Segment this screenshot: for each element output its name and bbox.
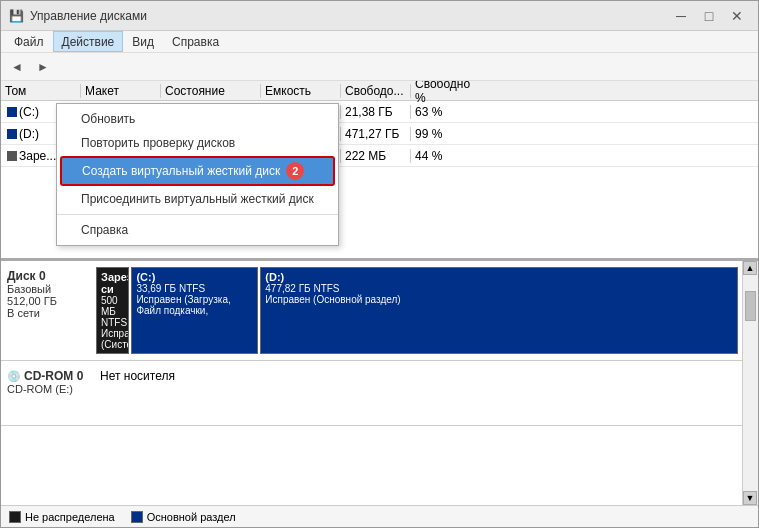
menu-item-recheck[interactable]: Повторить проверку дисков [57, 131, 338, 155]
back-button[interactable]: ◄ [5, 56, 29, 78]
disk-layout-pane: Диск 0 Базовый 512,00 ГБ В сети Зарезерв… [1, 261, 742, 505]
menu-action[interactable]: Действие [53, 31, 124, 52]
step-badge-2: 2 [286, 162, 304, 180]
disk-color-2 [7, 151, 17, 161]
dropdown-separator [57, 214, 338, 215]
table-header: Том Макет Состояние Емкость Свободо... С… [1, 81, 758, 101]
partition-c[interactable]: (C:) 33,69 ГБ NTFS Исправен (Загрузка, Ф… [131, 267, 258, 354]
cdrom-icon: 💿 [7, 370, 21, 383]
dropdown-menu[interactable]: Обновить Повторить проверку дисков Созда… [56, 103, 339, 246]
disk-0-status: В сети [7, 307, 90, 319]
row-freepct-1: 99 % [411, 127, 481, 141]
legend-unallocated-label: Не распределена [25, 511, 115, 523]
menu-item-refresh[interactable]: Обновить [57, 107, 338, 131]
disk-row-0: Диск 0 Базовый 512,00 ГБ В сети Зарезерв… [1, 261, 742, 361]
window-icon: 💾 [9, 9, 24, 23]
cdrom-label: 💿 CD-ROM 0 CD-ROM (E:) [1, 365, 96, 399]
menu-item-create-vhd-label: Создать виртуальный жесткий диск [82, 164, 280, 178]
row-freepct-0: 63 % [411, 105, 481, 119]
cdrom-status: Нет носителя [100, 369, 738, 383]
menu-item-help[interactable]: Справка [57, 218, 338, 242]
scroll-thumb[interactable] [745, 291, 756, 321]
close-button[interactable]: ✕ [724, 5, 750, 27]
menu-help[interactable]: Справка [163, 31, 228, 52]
cdrom-type: CD-ROM (E:) [7, 383, 90, 395]
forward-button[interactable]: ► [31, 56, 55, 78]
legend-unallocated: Не распределена [9, 511, 115, 523]
disk-color-0 [7, 107, 17, 117]
partition-reserved-status: Исправен (Система, [101, 328, 124, 350]
main-area: Том Макет Состояние Емкость Свободо... С… [1, 81, 758, 527]
col-header-free: Свободо... [341, 84, 411, 98]
row-freepct-2: 44 % [411, 149, 481, 163]
minimize-button[interactable]: ─ [668, 5, 694, 27]
col-header-state: Состояние [161, 84, 261, 98]
disk-color-1 [7, 129, 17, 139]
scroll-up-button[interactable]: ▲ [743, 261, 757, 275]
title-controls: ─ □ ✕ [668, 5, 750, 27]
legend-primary-box [131, 511, 143, 523]
partition-d-status: Исправен (Основной раздел) [265, 294, 733, 305]
menu-bar: Файл Действие Вид Справка [1, 31, 758, 53]
menu-view[interactable]: Вид [123, 31, 163, 52]
title-left: 💾 Управление дисками [9, 9, 147, 23]
partition-reserved-fs: 500 МБ NTFS [101, 295, 124, 328]
window-title: Управление дисками [30, 9, 147, 23]
menu-file[interactable]: Файл [5, 31, 53, 52]
partition-reserved-label: Зарезервировано си [101, 271, 124, 295]
disk-0-partitions: Зарезервировано си 500 МБ NTFS Исправен … [96, 265, 738, 356]
scroll-track [743, 321, 758, 491]
bottom-area: Диск 0 Базовый 512,00 ГБ В сети Зарезерв… [1, 261, 758, 505]
scrollbar[interactable]: ▲ ▼ [742, 261, 758, 505]
cdrom-icon-row: 💿 CD-ROM 0 [7, 369, 90, 383]
toolbar: ◄ ► [1, 53, 758, 81]
cdrom-row: 💿 CD-ROM 0 CD-ROM (E:) Нет носителя [1, 361, 742, 426]
partition-c-status: Исправен (Загрузка, Файл подкачки, [136, 294, 253, 316]
col-header-layout: Макет [81, 84, 161, 98]
main-window: 💾 Управление дисками ─ □ ✕ Файл Действие… [0, 0, 759, 528]
legend-unallocated-box [9, 511, 21, 523]
col-header-capacity: Емкость [261, 84, 341, 98]
partition-c-fs: 33,69 ГБ NTFS [136, 283, 253, 294]
col-header-freepct: Свободно % [411, 81, 481, 105]
partition-d-fs: 477,82 ГБ NTFS [265, 283, 733, 294]
disk-0-size: 512,00 ГБ [7, 295, 90, 307]
partition-d[interactable]: (D:) 477,82 ГБ NTFS Исправен (Основной р… [260, 267, 738, 354]
legend-primary: Основной раздел [131, 511, 236, 523]
partition-c-label: (C:) [136, 271, 253, 283]
title-bar: 💾 Управление дисками ─ □ ✕ [1, 1, 758, 31]
scroll-down-button[interactable]: ▼ [743, 491, 757, 505]
maximize-button[interactable]: □ [696, 5, 722, 27]
menu-item-create-vhd[interactable]: Создать виртуальный жесткий диск 2 [60, 156, 335, 186]
legend-bar: Не распределена Основной раздел [1, 505, 758, 527]
cdrom-area: Нет носителя [96, 365, 742, 387]
partition-d-label: (D:) [265, 271, 733, 283]
disk-0-type: Базовый [7, 283, 90, 295]
row-free-2: 222 МБ [341, 149, 411, 163]
legend-primary-label: Основной раздел [147, 511, 236, 523]
col-header-tom: Том [1, 84, 81, 98]
cdrom-title: CD-ROM 0 [24, 369, 83, 383]
row-free-0: 21,38 ГБ [341, 105, 411, 119]
disk-0-title: Диск 0 [7, 269, 90, 283]
partition-reserved[interactable]: Зарезервировано си 500 МБ NTFS Исправен … [96, 267, 129, 354]
row-free-1: 471,27 ГБ [341, 127, 411, 141]
menu-item-attach-vhd[interactable]: Присоединить виртуальный жесткий диск [57, 187, 338, 211]
disk-0-label: Диск 0 Базовый 512,00 ГБ В сети [1, 265, 96, 356]
